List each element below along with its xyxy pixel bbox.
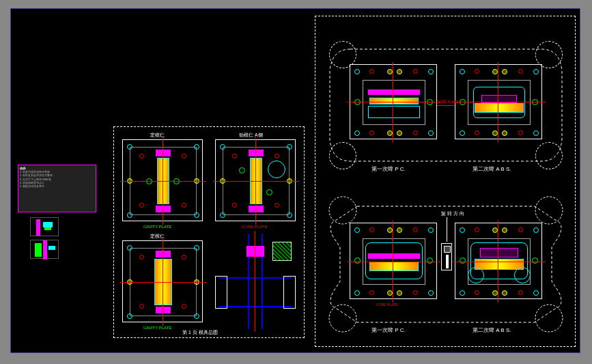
svg-point-3: [535, 305, 563, 332]
row2-link: CORE PLATE: [376, 303, 397, 307]
mini-view-1: [30, 217, 59, 236]
sheet-2: CORE PLATE 第一次啤 P C. 第二次啤 A B S.: [315, 16, 576, 347]
row2-right-caption: 第二次啤 A B S.: [473, 326, 511, 334]
view-tr-title: 动模仁 A侧: [239, 132, 263, 139]
row2-left-caption: 第一次啤 P C.: [371, 326, 406, 334]
view-bl-cap: CAVITY PLATE: [143, 326, 171, 330]
mini-view-2: [30, 240, 59, 259]
center-knob: [441, 243, 452, 270]
row1-machine: CORE PLATE 第一次啤 P C. 第二次啤 A B S.: [326, 37, 565, 173]
svg-point-2: [329, 305, 356, 332]
view-br: [215, 234, 296, 329]
sheet1-footer: 第 1 页 模具总图: [182, 329, 218, 336]
notes-block: 说明: 1. 本图为模具结构示意图 2. 材料及热处理按技术要求 3. 未注尺寸…: [18, 165, 96, 212]
row1-left-caption: 第一次啤 P C.: [371, 165, 406, 173]
row2-left-insert: CORE PLATE: [350, 223, 437, 299]
row1-right-caption: 第二次啤 A B S.: [473, 165, 511, 173]
drawing-canvas[interactable]: 说明: 1. 本图为模具结构示意图 2. 材料及热处理按技术要求 3. 未注尺寸…: [10, 8, 580, 353]
notes-body: 1. 本图为模具结构示意图 2. 材料及热处理按技术要求 3. 未注尺寸公差按G…: [20, 170, 53, 188]
svg-point-0: [329, 197, 356, 224]
view-tl-cap: CAVITY PLATE: [143, 225, 171, 229]
arrow-label: 旋 转 方 向: [441, 210, 464, 217]
view-tl: 定模仁 CAVITY PLATE: [122, 139, 203, 221]
view-bl: 定模仁 CAVITY PLATE: [122, 240, 203, 322]
svg-point-1: [535, 197, 563, 224]
row2-machine: CORE PLATE: [326, 193, 565, 336]
view-tr: 动模仁 A侧 CORE PLATE: [215, 139, 296, 221]
row2-right-insert: [455, 223, 542, 299]
row1-left-insert: [350, 64, 437, 139]
row1-right-insert: [455, 64, 542, 139]
row1-link: CORE PLATE: [437, 100, 458, 104]
view-tr-cap: CORE PLATE: [242, 225, 268, 229]
sheet-1: 定模仁 CAVITY PLATE 动模仁 A侧: [113, 126, 305, 338]
